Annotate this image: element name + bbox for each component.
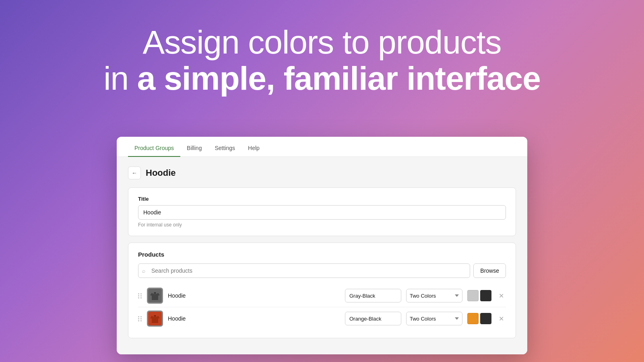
nav-bar: Product Groups Billing Settings Help	[117, 137, 527, 157]
drag-handle[interactable]	[138, 316, 142, 321]
product-thumbnail	[147, 311, 163, 327]
color-type-select[interactable]: Two Colors One Color Three Colors	[406, 289, 462, 302]
back-button[interactable]: ←	[128, 167, 141, 179]
page-title: Hoodie	[146, 168, 176, 178]
tab-help[interactable]: Help	[242, 140, 266, 157]
search-input[interactable]	[138, 263, 470, 278]
color-swatches	[467, 290, 491, 301]
product-name: Hoodie	[168, 315, 340, 322]
swatch-1[interactable]	[467, 313, 479, 324]
hero-section: Assign colors to products in a simple, f…	[0, 0, 644, 113]
title-hint: For internal use only	[138, 222, 506, 228]
swatch-2[interactable]	[480, 313, 491, 324]
title-card: Title For internal use only	[128, 187, 516, 236]
page-header: ← Hoodie	[128, 167, 516, 179]
product-name: Hoodie	[168, 292, 340, 299]
products-card: Products ⌕ Browse	[128, 243, 516, 338]
title-label: Title	[138, 196, 506, 202]
remove-button[interactable]: ✕	[496, 314, 506, 323]
drag-handle[interactable]	[138, 293, 142, 298]
hero-line2-bold: a simple, familiar interface	[137, 60, 541, 97]
search-wrapper: ⌕	[138, 263, 470, 278]
ui-window: Product Groups Billing Settings Help ← H…	[117, 137, 527, 354]
tab-billing[interactable]: Billing	[180, 140, 208, 157]
hero-line1: Assign colors to products	[142, 24, 501, 60]
table-row: Hoodie Two Colors One Color Three Colors…	[138, 307, 506, 330]
title-input[interactable]	[138, 205, 506, 220]
search-row: ⌕ Browse	[138, 263, 506, 278]
swatch-2[interactable]	[480, 290, 491, 301]
color-name-input[interactable]	[345, 289, 401, 302]
color-type-select[interactable]: Two Colors One Color Three Colors	[406, 312, 462, 325]
color-swatches	[467, 313, 491, 324]
content-area: ← Hoodie Title For internal use only Pro…	[117, 157, 527, 354]
browse-button[interactable]: Browse	[473, 263, 506, 278]
swatch-1[interactable]	[467, 290, 479, 301]
remove-button[interactable]: ✕	[496, 291, 506, 300]
table-row: Hoodie Two Colors One Color Three Colors…	[138, 284, 506, 307]
product-thumbnail	[147, 288, 163, 304]
products-label: Products	[138, 251, 506, 258]
hero-line2-normal: in	[103, 60, 137, 97]
color-name-input[interactable]	[345, 312, 401, 325]
tab-product-groups[interactable]: Product Groups	[128, 140, 180, 157]
search-icon: ⌕	[142, 267, 145, 274]
tab-settings[interactable]: Settings	[208, 140, 242, 157]
